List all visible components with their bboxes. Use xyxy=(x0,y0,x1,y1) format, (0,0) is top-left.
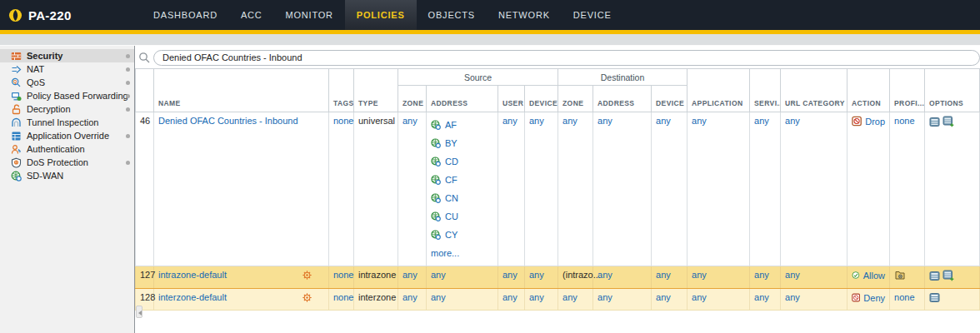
rule-name-link[interactable]: Denied OFAC Countries - Inbound xyxy=(158,116,298,126)
nav-tab-acc[interactable]: ACC xyxy=(229,0,274,30)
nav-tab-objects[interactable]: OBJECTS xyxy=(417,0,487,30)
service-value[interactable]: any xyxy=(754,292,769,302)
region-entry[interactable]: CF xyxy=(431,171,493,189)
dest-zone-value[interactable]: any xyxy=(562,292,578,302)
region-icon xyxy=(431,138,441,148)
svg-text:Q: Q xyxy=(13,79,18,84)
profile-value[interactable]: none xyxy=(894,116,914,126)
log-icon[interactable] xyxy=(929,292,940,303)
col-header-dest-device[interactable]: DEVICE xyxy=(652,86,688,112)
sidebar-item-decryption[interactable]: Decryption xyxy=(0,102,134,116)
dest-address-value[interactable]: any xyxy=(598,292,612,302)
nav-tab-dashboard[interactable]: DASHBOARD xyxy=(142,0,229,30)
application-value[interactable]: any xyxy=(692,116,707,126)
sidebar-item-sd-wan[interactable]: SD-WAN xyxy=(0,169,134,182)
log-icon[interactable] xyxy=(929,271,940,281)
col-header-type[interactable]: TYPE xyxy=(354,69,398,112)
profile-group-icon[interactable] xyxy=(894,270,906,281)
col-header-dest-address[interactable]: ADDRESS xyxy=(593,86,652,112)
region-entry[interactable]: CU xyxy=(431,207,493,226)
dest-zone-value[interactable]: any xyxy=(562,116,578,126)
more-addresses-link[interactable]: more... xyxy=(431,244,493,262)
dos-protection-icon xyxy=(11,157,22,168)
region-entry[interactable]: AF xyxy=(431,116,493,134)
service-value[interactable]: any xyxy=(754,270,769,280)
source-address-value[interactable]: any xyxy=(431,292,446,302)
col-header-options[interactable]: OPTIONS xyxy=(925,69,980,112)
action-cell[interactable]: Drop xyxy=(852,116,885,127)
action-cell[interactable]: Allow xyxy=(852,270,885,281)
col-header-source-user[interactable]: USER xyxy=(498,86,525,112)
source-address-value[interactable]: any xyxy=(431,270,446,280)
sidebar-item-application-override[interactable]: Application Override xyxy=(0,129,134,142)
page-strip xyxy=(0,34,980,46)
nav-tab-network[interactable]: NETWORK xyxy=(487,0,562,30)
rule-search-input[interactable] xyxy=(153,50,980,66)
source-zone-value[interactable]: any xyxy=(402,116,418,126)
sidebar-item-authentication[interactable]: Authentication xyxy=(0,142,134,156)
sidebar-dot xyxy=(126,67,130,72)
sidebar-item-nat[interactable]: NAT xyxy=(0,62,134,76)
region-entry[interactable]: CN xyxy=(431,189,493,207)
tags-value[interactable]: none xyxy=(333,292,353,302)
url-category-value[interactable]: any xyxy=(785,292,800,302)
gear-icon[interactable] xyxy=(302,270,312,281)
dest-address-value[interactable]: any xyxy=(598,270,612,280)
nav-tab-policies[interactable]: POLICIES xyxy=(345,0,417,30)
action-cell[interactable]: Deny xyxy=(852,292,885,303)
dest-device-value[interactable]: any xyxy=(656,270,671,280)
log-icon[interactable] xyxy=(929,117,940,127)
col-header-application[interactable]: APPLICATION xyxy=(688,69,750,112)
dest-device-value[interactable]: any xyxy=(656,116,671,126)
dest-address-value[interactable]: any xyxy=(598,116,612,126)
application-value[interactable]: any xyxy=(692,292,707,302)
source-user-value[interactable]: any xyxy=(502,270,518,280)
sidebar-item-label: Authentication xyxy=(27,144,85,154)
col-header-rownum xyxy=(136,69,154,112)
col-header-source-address[interactable]: ADDRESS xyxy=(427,86,498,112)
tags-value[interactable]: none xyxy=(333,116,353,126)
source-user-value[interactable]: any xyxy=(502,292,518,302)
source-device-value[interactable]: any xyxy=(529,270,544,280)
col-header-tags[interactable]: TAGS xyxy=(329,69,354,112)
col-header-dest-zone[interactable]: ZONE xyxy=(558,86,593,112)
region-entry[interactable]: CD xyxy=(431,152,493,171)
source-device-value[interactable]: any xyxy=(529,116,544,126)
service-value[interactable]: any xyxy=(754,116,769,126)
col-header-url-category[interactable]: URL CATEGORY xyxy=(781,69,848,112)
nav-tab-monitor[interactable]: MONITOR xyxy=(274,0,345,30)
sidebar-item-dos-protection[interactable]: DoS Protection xyxy=(0,156,134,169)
scrollbar-handle[interactable] xyxy=(136,306,142,318)
application-value[interactable]: any xyxy=(692,270,707,280)
sidebar-item-security[interactable]: Security xyxy=(0,49,134,62)
tags-value[interactable]: none xyxy=(333,270,353,280)
url-category-value[interactable]: any xyxy=(785,270,800,280)
rule-name-link[interactable]: intrazone-default xyxy=(158,270,227,280)
dest-device-value[interactable]: any xyxy=(656,292,671,302)
nav-tab-device[interactable]: DEVICE xyxy=(562,0,623,30)
profile-value[interactable]: none xyxy=(894,292,914,302)
region-entry[interactable]: CY xyxy=(431,226,493,244)
source-device-value[interactable]: any xyxy=(529,292,544,302)
col-header-profile[interactable]: PROFI... xyxy=(890,69,925,112)
log-forward-icon[interactable] xyxy=(942,270,954,281)
search-row xyxy=(135,49,980,66)
col-header-name[interactable]: NAME xyxy=(154,69,329,112)
col-header-source-zone[interactable]: ZONE xyxy=(398,86,427,112)
source-zone-value[interactable]: any xyxy=(402,292,418,302)
gear-icon[interactable] xyxy=(302,292,312,303)
log-forward-icon[interactable] xyxy=(942,116,954,127)
col-header-action[interactable]: ACTION xyxy=(848,69,890,112)
rule-name-link[interactable]: interzone-default xyxy=(158,292,227,302)
col-header-service[interactable]: SERVI... xyxy=(750,69,781,112)
table-row-rule-46: 46 Denied OFAC Countries - Inbound none … xyxy=(136,112,980,266)
source-user-value[interactable]: any xyxy=(502,116,518,126)
sidebar-item-tunnel-inspection[interactable]: Tunnel Inspection xyxy=(0,116,134,129)
sidebar-item-policy-based-forwarding[interactable]: Policy Based Forwarding xyxy=(0,89,134,102)
region-entry[interactable]: BY xyxy=(431,134,493,152)
group-header-source: Source xyxy=(398,69,558,86)
url-category-value[interactable]: any xyxy=(785,116,800,126)
col-header-source-device[interactable]: DEVICE xyxy=(525,86,558,112)
source-zone-value[interactable]: any xyxy=(402,270,418,280)
sidebar-item-qos[interactable]: Q QoS xyxy=(0,76,134,89)
